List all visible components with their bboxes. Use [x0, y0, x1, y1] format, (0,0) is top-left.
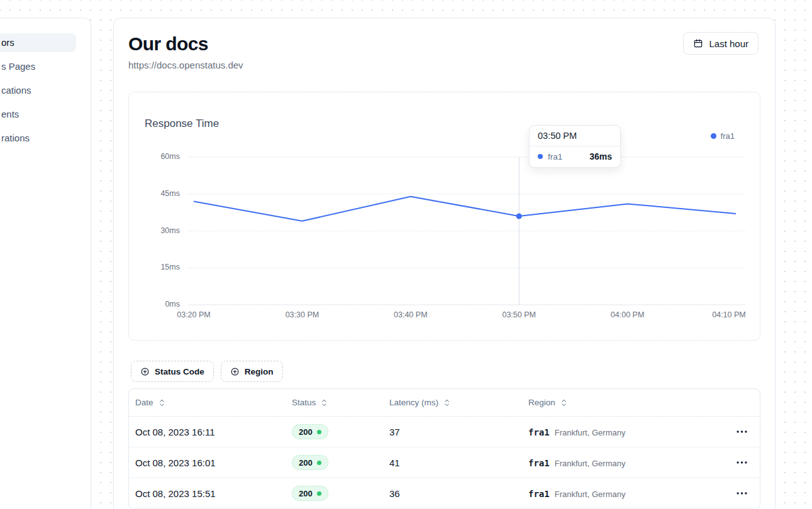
column-header-status[interactable]: Status — [286, 398, 383, 407]
tooltip-time: 03:50 PM — [530, 126, 620, 146]
region-code: fra1 — [528, 489, 550, 499]
filter-bar: Status Code Region — [131, 361, 283, 382]
x-axis-tick: 03:30 PM — [286, 310, 320, 319]
date-cell: Oct 08, 2023 16:11 — [129, 427, 286, 437]
column-header-date[interactable]: Date — [129, 398, 286, 407]
tooltip-series-label: fra1 — [548, 152, 584, 161]
region-filter-button[interactable]: Region — [221, 361, 283, 382]
table-row[interactable]: Oct 08, 2023 16:1120037fra1Frankfurt, Ge… — [129, 417, 760, 447]
y-axis-tick: 15ms — [136, 263, 180, 271]
date-cell: Oct 08, 2023 16:01 — [129, 457, 286, 468]
monitor-detail-card: Our docs https://docs.openstatus.dev Las… — [113, 18, 776, 509]
status-badge: 200 — [292, 455, 328, 470]
y-axis-tick: 0ms — [136, 300, 180, 309]
plus-circle-icon — [230, 367, 240, 376]
chart-tooltip: 03:50 PM fra1 36ms — [529, 125, 621, 168]
filter-label: Region — [245, 367, 274, 376]
column-header-latency[interactable]: Latency (ms) — [383, 398, 522, 407]
latency-line-series — [194, 197, 736, 221]
sidebar: orss Pagescationsentsrations — [0, 18, 91, 509]
chart-svg[interactable] — [129, 92, 761, 341]
y-axis-tick: 30ms — [136, 226, 180, 235]
status-code: 200 — [299, 489, 313, 498]
legend-dot-icon — [711, 133, 716, 139]
table-row[interactable]: Oct 08, 2023 16:0120041fra1Frankfurt, Ge… — [129, 447, 760, 478]
row-actions-button[interactable] — [731, 457, 752, 468]
region-name: Frankfurt, Germany — [555, 490, 626, 499]
tooltip-value: 36ms — [589, 151, 612, 161]
status-cell: 200 — [286, 486, 383, 501]
table-body: Oct 08, 2023 16:1120037fra1Frankfurt, Ge… — [129, 417, 760, 509]
response-log-table: Date Status Latency (ms) Region — [128, 388, 760, 509]
region-cell: fra1Frankfurt, Germany — [522, 488, 723, 499]
status-ok-dot-icon — [317, 430, 321, 434]
monitor-url: https://docs.openstatus.dev — [128, 60, 759, 70]
page-header: Our docs https://docs.openstatus.dev Las… — [114, 18, 775, 70]
sort-icon — [159, 398, 165, 407]
status-code-filter-button[interactable]: Status Code — [131, 361, 214, 382]
table-row[interactable]: Oct 08, 2023 15:5120036fra1Frankfurt, Ge… — [129, 478, 760, 509]
tooltip-row: fra1 36ms — [530, 146, 620, 167]
region-cell: fra1Frankfurt, Germany — [522, 427, 723, 437]
status-code: 200 — [299, 427, 313, 437]
status-ok-dot-icon — [317, 491, 321, 496]
plus-circle-icon — [140, 367, 150, 376]
actions-cell — [723, 427, 760, 437]
latency-cell: 41 — [383, 457, 522, 468]
sort-icon — [560, 398, 567, 407]
column-label: Region — [528, 398, 555, 407]
x-axis-tick: 03:20 PM — [177, 310, 211, 319]
column-label: Status — [292, 398, 316, 407]
status-badge: 200 — [292, 424, 328, 439]
row-actions-button[interactable] — [731, 427, 752, 437]
status-cell: 200 — [286, 424, 383, 439]
row-actions-button[interactable] — [731, 488, 752, 498]
actions-cell — [723, 488, 760, 498]
calendar-icon — [693, 38, 703, 48]
x-axis-tick: 04:00 PM — [611, 310, 645, 319]
y-axis-tick: 45ms — [136, 189, 180, 198]
sidebar-nav: orss Pagescationsentsrations — [0, 18, 91, 148]
actions-cell — [723, 457, 760, 468]
table-header-row: Date Status Latency (ms) Region — [129, 389, 760, 417]
status-cell: 200 — [286, 455, 383, 470]
sort-icon — [443, 398, 450, 407]
tooltip-series-dot-icon — [538, 154, 543, 159]
date-cell: Oct 08, 2023 15:51 — [129, 488, 286, 499]
page-title: Our docs — [128, 33, 759, 55]
ellipsis-icon — [737, 492, 747, 495]
region-cell: fra1Frankfurt, Germany — [522, 457, 723, 468]
x-axis-tick: 04:10 PM — [712, 310, 746, 319]
y-axis-tick: 60ms — [136, 152, 180, 161]
ellipsis-icon — [737, 430, 747, 433]
column-label: Latency (ms) — [389, 398, 438, 407]
column-label: Date — [135, 398, 153, 407]
ellipsis-icon — [737, 461, 747, 464]
legend-label: fra1 — [721, 131, 735, 141]
active-point-dot — [516, 214, 522, 219]
filter-label: Status Code — [155, 367, 204, 376]
response-time-card: Response Time fra1 03:50 PM fra1 36ms 0m… — [128, 92, 760, 341]
x-axis-tick: 03:50 PM — [502, 310, 536, 319]
x-axis-tick: 03:40 PM — [394, 310, 428, 319]
region-code: fra1 — [528, 427, 550, 437]
sidebar-item[interactable]: rations — [0, 129, 76, 148]
sidebar-item[interactable]: ents — [0, 105, 76, 124]
latency-cell: 37 — [383, 427, 522, 437]
time-range-button[interactable]: Last hour — [683, 32, 759, 55]
status-code: 200 — [299, 458, 313, 468]
latency-cell: 36 — [383, 488, 522, 499]
region-name: Frankfurt, Germany — [555, 428, 626, 437]
sidebar-item[interactable]: s Pages — [0, 57, 76, 76]
sidebar-item[interactable]: cations — [0, 81, 76, 100]
region-name: Frankfurt, Germany — [555, 459, 626, 468]
time-range-label: Last hour — [709, 38, 748, 49]
status-ok-dot-icon — [317, 461, 321, 465]
status-badge: 200 — [292, 486, 328, 501]
region-code: fra1 — [528, 458, 550, 468]
chart-legend: fra1 — [711, 131, 735, 141]
sort-icon — [321, 398, 328, 407]
column-header-region[interactable]: Region — [522, 398, 723, 407]
sidebar-item[interactable]: ors — [0, 33, 76, 52]
